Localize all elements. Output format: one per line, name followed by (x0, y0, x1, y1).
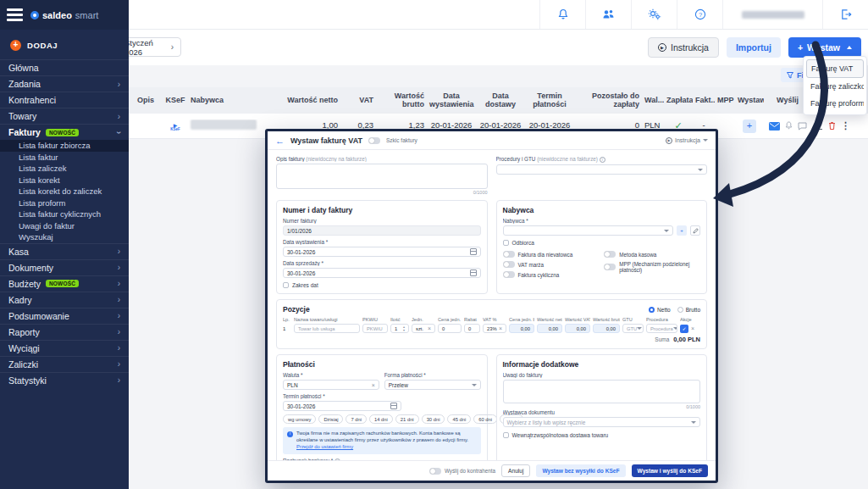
toggle-metoda-kasowa[interactable]: Metoda kasowa (604, 251, 700, 258)
pill-7dni[interactable]: 7 dni (346, 414, 367, 424)
sidebar-item-budzety[interactable]: BudżetyNOWOŚĆ› (0, 275, 129, 292)
bell-outline-icon[interactable] (785, 121, 793, 131)
kebab-menu-icon[interactable]: ⋮ (841, 120, 850, 131)
forma-platnosci-select[interactable]: Przelew (384, 380, 481, 390)
settings-link[interactable]: Przejdź do ustawień firmy (296, 444, 353, 449)
wdt-checkbox[interactable]: Wewnątrzwspólnotowa dostawa towaru (503, 432, 701, 438)
wystaw-i-wyslij-button[interactable]: Wystaw i wyślij do KSeF (632, 464, 708, 477)
sidebar-item-faktury[interactable]: Faktury NOWOŚĆ › (0, 124, 129, 140)
procedury-select[interactable] (496, 164, 708, 175)
col-ksef[interactable]: KSeF (163, 97, 188, 105)
sidebar-item-wyciagi[interactable]: Wyciągi› (0, 340, 129, 356)
wystaw-button[interactable]: + Wystaw (788, 37, 861, 58)
opis-faktury-textarea[interactable] (276, 164, 488, 189)
settings-button[interactable] (631, 0, 677, 29)
confirm-row-button[interactable]: ✓ (680, 325, 688, 333)
col-wartosc-brutto[interactable]: Wartość brutto (376, 92, 427, 109)
col-nabywca[interactable]: Nabywca (188, 97, 273, 105)
data-sprzedazy-input[interactable]: 30-01-2026 (283, 268, 481, 278)
submenu-lista-zaliczek[interactable]: Lista zaliczek (0, 163, 129, 175)
wystawca-select[interactable]: Wybierz z listy lub wpisz ręcznie (503, 417, 701, 427)
sidebar-item-glowna[interactable]: Główna (0, 59, 129, 75)
submenu-lista-faktur-cyklicznych[interactable]: Lista faktur cyklicznych (0, 208, 129, 220)
instrukcja-button[interactable]: ▶ Instrukcja (648, 37, 719, 58)
pill-60dni[interactable]: 60 dni (473, 414, 497, 424)
pill-45dni[interactable]: 45 dni (447, 414, 471, 424)
sidebar-item-zadania[interactable]: Zadania› (0, 75, 129, 92)
numer-faktury-input[interactable]: 1/01/2026 (283, 225, 481, 236)
radio-brutto[interactable]: Brutto (677, 307, 700, 313)
pkwiu-input[interactable]: PKWiU (362, 324, 388, 333)
submenu-lista-korekt[interactable]: Lista korekt (0, 175, 129, 186)
waluta-input[interactable]: PLN× (283, 380, 379, 390)
col-data-wystawienia[interactable]: Data wystawienia (427, 92, 476, 109)
sidebar-item-zaliczki[interactable]: Zaliczki› (0, 356, 129, 372)
rabat-input[interactable]: 0 (464, 324, 480, 333)
termin-platnosci-input[interactable]: 30-01-2026 (283, 401, 401, 411)
users-button[interactable] (585, 0, 631, 29)
download-icon[interactable] (815, 122, 823, 131)
szkic-toggle[interactable] (368, 137, 380, 144)
ilosc-stepper[interactable]: 1▴▾ (390, 324, 409, 333)
remove-row-button[interactable]: × (691, 325, 694, 331)
zakres-dat-checkbox[interactable]: Zakres dat (283, 282, 481, 288)
back-arrow-icon[interactable]: ← (275, 136, 285, 146)
col-vat[interactable]: VAT (340, 97, 376, 105)
col-zaplata[interactable]: Zapłata (664, 97, 693, 105)
col-data-dostawy[interactable]: Data dostawy (476, 92, 525, 109)
trash-icon[interactable] (828, 121, 836, 131)
importuj-button[interactable]: Importuj (727, 37, 781, 58)
add-button[interactable]: + DODAJ (0, 30, 129, 59)
sidebar-item-podsumowanie[interactable]: Podsumowanie› (0, 308, 129, 324)
submenu-wyszukaj[interactable]: Wyszukaj (0, 231, 129, 243)
clear-icon[interactable]: × (499, 325, 502, 331)
account-menu[interactable] (722, 0, 822, 29)
col-mpp[interactable]: MPP (715, 97, 735, 105)
submenu-lista-proform[interactable]: Lista proform (0, 197, 129, 209)
toggle-nievatowiec[interactable]: Faktura dla nievatowca (503, 251, 600, 258)
submenu-lista-korekt-do-zaliczek[interactable]: Lista korekt do zaliczek (0, 186, 129, 197)
pill-dzisiaj[interactable]: Dzisiaj (318, 414, 343, 424)
nazwa-input[interactable]: Towar lub usługa (294, 324, 360, 333)
col-wystaw[interactable]: Wystaw (735, 97, 764, 105)
nabywca-select[interactable] (503, 225, 674, 236)
col-waluta[interactable]: Wal... (642, 97, 664, 105)
jedn-select[interactable]: szt.× (412, 324, 435, 333)
sidebar-item-kadry[interactable]: Kadry› (0, 292, 129, 308)
toggle-mpp[interactable]: MPP (Mechanizm podzielonej płatności) (604, 261, 700, 273)
gtu-select[interactable]: GTU (622, 324, 644, 333)
submenu-uwagi-do-faktur[interactable]: Uwagi do faktur (0, 220, 129, 232)
edit-contractor-button[interactable] (690, 225, 700, 236)
col-wartosc-netto[interactable]: Wartość netto (273, 97, 340, 105)
col-fakt[interactable]: Fakt... (693, 97, 715, 105)
anuluj-button[interactable]: Anuluj (501, 464, 530, 477)
issue-plus-button[interactable]: + (743, 119, 756, 133)
data-wystawienia-input[interactable]: 30-01-2026 (283, 247, 481, 257)
sidebar-item-kasa[interactable]: Kasa› (0, 243, 129, 259)
send-to-contractor-toggle[interactable]: Wyślij do kontrahenta (429, 468, 495, 475)
hamburger-menu-icon[interactable] (7, 8, 23, 21)
sidebar-item-raporty[interactable]: Raporty› (0, 324, 129, 340)
submenu-lista-faktur-zbiorcza[interactable]: Lista faktur zbiorcza (0, 140, 129, 152)
envelope-icon[interactable] (769, 122, 780, 131)
cena-netto-input[interactable]: 0 (438, 324, 462, 333)
clear-icon[interactable]: × (372, 382, 375, 388)
help-button[interactable]: ? (677, 0, 722, 29)
procedura-select[interactable]: Procedura (646, 324, 677, 333)
pill-14dni[interactable]: 14 dni (369, 414, 393, 424)
notifications-button[interactable] (539, 0, 585, 29)
clear-icon[interactable]: × (428, 325, 431, 331)
sidebar-item-statystyki[interactable]: Statystyki› (0, 372, 129, 388)
sidebar-item-kontrahenci[interactable]: Kontrahenci (0, 92, 129, 108)
wystaw-bez-ksef-button[interactable]: Wystaw bez wysyłki do KSeF (536, 464, 625, 477)
comment-icon[interactable] (798, 122, 807, 131)
dropdown-faktura-proforma[interactable]: Fakturę proforma (806, 95, 864, 112)
add-contractor-button[interactable]: + (677, 225, 687, 236)
radio-netto[interactable]: Netto (649, 307, 671, 313)
toggle-faktura-cykliczna[interactable]: Faktura cykliczna (503, 271, 600, 278)
toggle-vat-marza[interactable]: VAT marża (503, 261, 600, 268)
col-pozostalo[interactable]: Pozostało do zapłaty (574, 92, 642, 109)
sidebar-item-dokumenty[interactable]: Dokumenty› (0, 259, 129, 275)
chevron-right-icon[interactable]: › (171, 42, 174, 52)
submenu-lista-faktur[interactable]: Lista faktur (0, 152, 129, 164)
